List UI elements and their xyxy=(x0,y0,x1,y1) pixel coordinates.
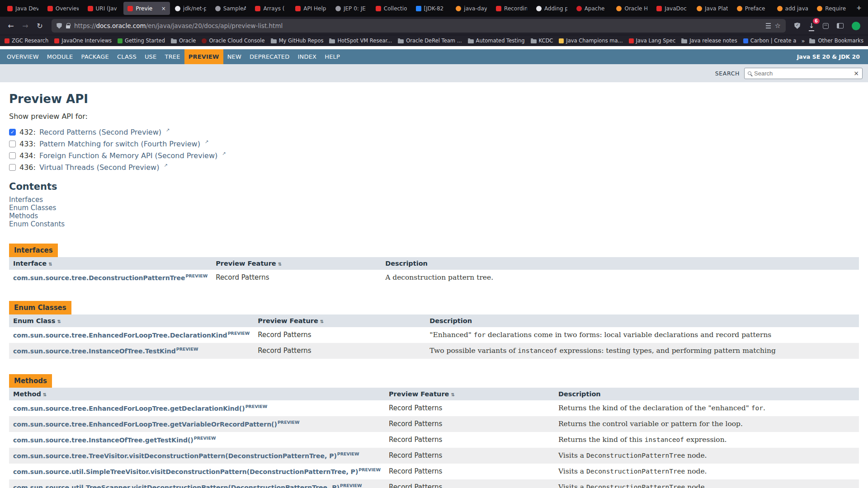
browser-tab[interactable]: Apache xyxy=(572,2,612,15)
column-header[interactable]: Preview Feature⇅ xyxy=(212,257,381,270)
new-tab-button[interactable]: + xyxy=(853,4,865,13)
preview-feature-link[interactable]: Foreign Function & Memory API (Second Pr… xyxy=(39,151,217,160)
bookmark-item[interactable]: My GitHub Repos xyxy=(271,38,324,44)
member-link[interactable]: com.sun.source.tree.EnhancedForLoopTree.… xyxy=(13,405,245,412)
browser-tab[interactable]: Java Dev xyxy=(3,2,42,15)
bookmark-item[interactable]: Automated Testing xyxy=(468,38,525,44)
bookmark-item[interactable]: Oracle Cloud Console xyxy=(202,38,264,44)
forward-button[interactable]: → xyxy=(19,22,32,30)
bookmark-label: Carbon | Create and... xyxy=(750,38,797,44)
preview-checkbox[interactable] xyxy=(9,141,16,147)
column-header[interactable]: Method⇅ xyxy=(9,388,385,400)
preview-checkbox[interactable] xyxy=(9,164,16,171)
reader-mode-icon[interactable] xyxy=(766,23,771,29)
table-tab-enum-classes[interactable]: Enum Classes xyxy=(9,301,71,314)
adblock-shield-icon[interactable] xyxy=(794,23,800,29)
topnav-item-class[interactable]: CLASS xyxy=(113,49,141,64)
browser-tab[interactable]: Arrays ( xyxy=(251,2,290,15)
preview-checkbox[interactable] xyxy=(9,152,16,159)
bookmark-item[interactable]: Java Lang Spec xyxy=(629,38,676,44)
column-header[interactable]: Preview Feature⇅ xyxy=(254,314,425,327)
contents-link[interactable]: Methods xyxy=(9,212,38,220)
member-link[interactable]: com.sun.source.tree.EnhancedForLoopTree.… xyxy=(13,332,227,339)
column-header[interactable]: Preview Feature⇅ xyxy=(385,388,554,400)
topnav-item-deprecated[interactable]: DEPRECATED xyxy=(245,49,293,64)
browser-tab[interactable]: Recordin xyxy=(492,2,531,15)
member-link[interactable]: com.sun.source.util.SimpleTreeVisitor.vi… xyxy=(13,468,358,475)
preview-checkbox[interactable]: ✓ xyxy=(9,129,16,136)
browser-tab[interactable]: JavaDoc xyxy=(652,2,692,15)
reload-button[interactable]: ↻ xyxy=(33,22,46,30)
bookmark-item[interactable]: KCDC xyxy=(531,38,553,44)
preview-checkbox-row: 433:Pattern Matching for switch (Fourth … xyxy=(9,138,859,150)
search-box[interactable]: × xyxy=(744,68,863,79)
back-button[interactable]: ← xyxy=(5,22,17,30)
tab-containers-icon[interactable] xyxy=(823,23,829,29)
bookmark-item[interactable]: HotSpot VM Resear... xyxy=(329,38,392,44)
search-input[interactable] xyxy=(754,70,851,77)
browser-tab[interactable]: Overview xyxy=(43,2,83,15)
bookmarks-overflow-chevron[interactable]: » xyxy=(801,38,805,44)
contents-link[interactable]: Interfaces xyxy=(9,196,43,204)
table-tab-interfaces[interactable]: Interfaces xyxy=(9,244,58,257)
bookmark-item[interactable]: Oracle DeRel Team ... xyxy=(398,38,462,44)
search-reset-icon[interactable]: × xyxy=(854,70,859,77)
bookmark-item[interactable]: JavaOne Interviews xyxy=(54,38,112,44)
downloads-button[interactable]: ↓ 6 xyxy=(805,21,818,30)
column-header[interactable]: Interface⇅ xyxy=(9,257,212,270)
browser-tab[interactable]: java-day xyxy=(452,2,491,15)
member-link[interactable]: com.sun.source.util.TreeScanner.visitDec… xyxy=(13,484,340,488)
browser-tab[interactable]: JEP 0: JE xyxy=(331,2,371,15)
browser-tab[interactable]: Adding p xyxy=(532,2,571,15)
browser-tab[interactable]: [JDK-82 xyxy=(412,2,451,15)
bookmark-item[interactable]: Java Champions ma... xyxy=(559,38,623,44)
table-tab-methods[interactable]: Methods xyxy=(9,374,52,388)
tracking-protection-icon[interactable] xyxy=(57,23,62,29)
browser-tab[interactable]: Previe× xyxy=(123,2,170,15)
topnav-item-preview[interactable]: PREVIEW xyxy=(184,49,223,64)
topnav-item-index[interactable]: INDEX xyxy=(293,49,321,64)
browser-tab[interactable]: jdk/net-p xyxy=(171,2,210,15)
browser-tab[interactable]: Oracle H xyxy=(612,2,651,15)
browser-tab[interactable]: add java xyxy=(773,2,812,15)
tab-close-icon[interactable]: × xyxy=(161,5,166,12)
sidebar-toggle-icon[interactable] xyxy=(837,23,844,28)
topnav-item-new[interactable]: NEW xyxy=(223,49,245,64)
url-bar[interactable]: https://docs.oracle.com/en/java/javase/2… xyxy=(52,19,786,33)
url-protocol: https:// xyxy=(74,22,96,29)
bookmark-item[interactable]: Java release notes xyxy=(681,38,737,44)
bookmark-item[interactable]: Oracle xyxy=(171,38,196,44)
browser-tab[interactable]: Preface xyxy=(733,2,772,15)
other-bookmarks-button[interactable]: Other Bookmarks xyxy=(809,38,863,44)
browser-tab[interactable]: Java Plat xyxy=(693,2,732,15)
browser-tab[interactable]: API Help xyxy=(291,2,330,15)
bookmark-item[interactable]: Getting Started xyxy=(118,38,165,44)
profile-avatar[interactable] xyxy=(852,22,860,30)
contents-link[interactable]: Enum Classes xyxy=(9,204,56,212)
preview-feature-link[interactable]: Record Patterns (Second Preview) xyxy=(39,128,161,136)
member-link[interactable]: com.sun.source.tree.InstanceOfTree.getTe… xyxy=(13,436,193,444)
browser-tab[interactable]: SampleAppli xyxy=(211,2,250,15)
bookmark-item[interactable]: Carbon | Create and... xyxy=(743,38,797,44)
member-link[interactable]: com.sun.source.tree.DeconstructionPatter… xyxy=(13,274,185,282)
preview-feature-link[interactable]: Virtual Threads (Second Preview) xyxy=(39,163,159,172)
topnav-item-overview[interactable]: OVERVIEW xyxy=(3,49,43,64)
member-link[interactable]: com.sun.source.tree.InstanceOfTree.TestK… xyxy=(13,347,176,355)
column-header[interactable]: Enum Class⇅ xyxy=(9,314,254,327)
contents-link[interactable]: Enum Constants xyxy=(9,220,65,228)
topnav-item-package[interactable]: PACKAGE xyxy=(77,49,113,64)
topnav-item-tree[interactable]: TREE xyxy=(160,49,184,64)
browser-tab[interactable]: URI (Jav xyxy=(84,2,123,15)
bookmark-star-icon[interactable]: ☆ xyxy=(775,22,781,30)
topnav-item-use[interactable]: USE xyxy=(141,49,161,64)
member-link[interactable]: com.sun.source.tree.TreeVisitor.visitDec… xyxy=(13,452,337,460)
browser-tab[interactable]: Require xyxy=(813,2,852,15)
topnav-item-module[interactable]: MODULE xyxy=(43,49,77,64)
browser-tab[interactable]: Collectio xyxy=(372,2,411,15)
bookmark-item[interactable]: ZGC Research xyxy=(5,38,48,44)
topnav-item-help[interactable]: HELP xyxy=(321,49,344,64)
lock-icon[interactable] xyxy=(66,25,70,28)
member-link[interactable]: com.sun.source.tree.EnhancedForLoopTree.… xyxy=(13,421,277,428)
member-cell: com.sun.source.tree.TreeVisitor.visitDec… xyxy=(9,448,385,464)
preview-feature-link[interactable]: Pattern Matching for switch (Fourth Prev… xyxy=(39,140,200,148)
